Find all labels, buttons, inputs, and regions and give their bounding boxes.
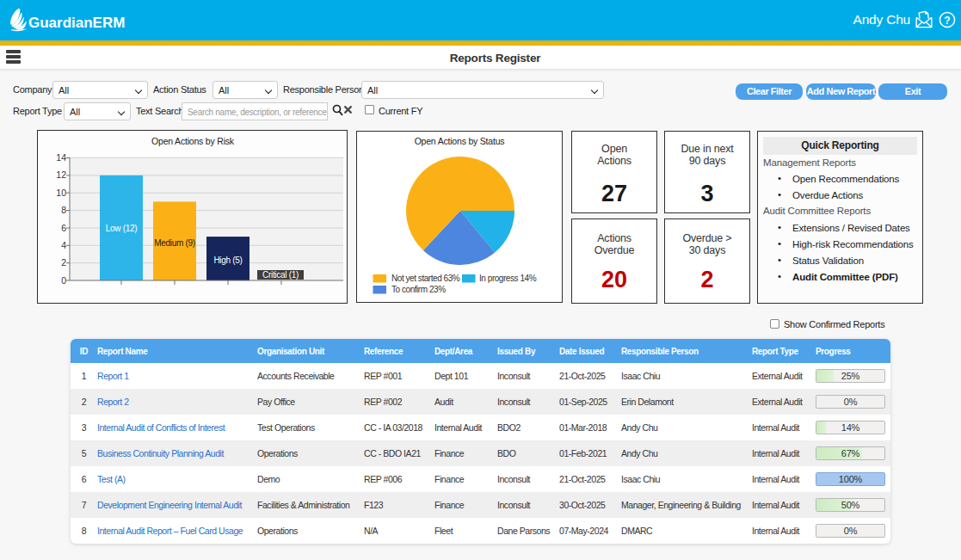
svg-text:Low (12): Low (12) — [106, 224, 138, 233]
svg-text:Not yet started 63%: Not yet started 63% — [391, 274, 460, 283]
svg-text:10: 10 — [56, 188, 66, 198]
svg-text:Critical (1): Critical (1) — [262, 270, 299, 280]
svg-text:Open Actions by Status: Open Actions by Status — [415, 136, 505, 146]
svg-text:4: 4 — [61, 240, 66, 250]
svg-text:0: 0 — [61, 275, 66, 286]
svg-text:In progress 14%: In progress 14% — [479, 274, 537, 283]
svg-text:8: 8 — [61, 205, 66, 215]
svg-text:?: ? — [944, 15, 950, 27]
svg-text:12: 12 — [56, 169, 66, 180]
svg-text:High (5): High (5) — [213, 255, 242, 265]
svg-text:6: 6 — [61, 223, 66, 233]
svg-text:To confirm 23%: To confirm 23% — [391, 285, 446, 294]
svg-text:2: 2 — [61, 257, 66, 268]
svg-text:14: 14 — [56, 152, 66, 163]
svg-text:Open Actions by Risk: Open Actions by Risk — [151, 136, 235, 146]
svg-text:Medium (9): Medium (9) — [154, 238, 195, 248]
